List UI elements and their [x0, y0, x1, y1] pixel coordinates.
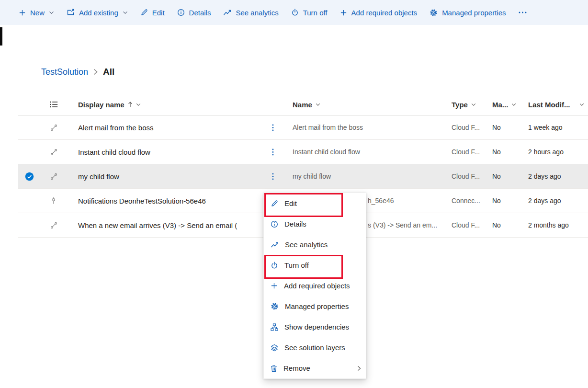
menu-item-managed-properties[interactable]: Managed properties — [264, 296, 366, 317]
toolbar-managed-properties-label: Managed properties — [442, 9, 506, 17]
row-managed: No — [491, 172, 527, 180]
row-name: my child flow — [283, 172, 449, 180]
info-icon — [177, 9, 185, 16]
gear-icon — [430, 9, 438, 17]
cloud-flow-icon — [50, 222, 57, 229]
selected-check-circle-icon — [25, 172, 34, 181]
menu-item-label: See analytics — [285, 240, 361, 249]
chevron-down-icon — [136, 103, 141, 106]
info-icon — [271, 220, 278, 228]
context-menu: Edit Details See analytics Turn off Add … — [263, 193, 366, 379]
gear-icon — [271, 302, 279, 310]
row-select-cell[interactable] — [18, 172, 40, 181]
table-header-row: Display name Name Type Ma... — [18, 94, 588, 115]
chevron-down-icon — [49, 11, 54, 14]
power-icon — [291, 9, 299, 16]
row-managed: No — [491, 221, 527, 229]
toolbar-turn-off-label: Turn off — [303, 9, 328, 17]
header-name-label: Name — [293, 101, 312, 109]
breadcrumb: TestSolution All — [41, 67, 114, 77]
row-type: Cloud F... — [449, 124, 491, 131]
menu-item-label: Managed properties — [285, 302, 361, 310]
toolbar-add-required-objects-label: Add required objects — [351, 9, 418, 17]
header-view-button[interactable] — [40, 101, 67, 108]
header-managed[interactable]: Ma... — [491, 101, 527, 109]
toolbar-turn-off-button[interactable]: Turn off — [285, 0, 334, 25]
row-last-modified: 2 months ago — [527, 221, 587, 229]
menu-item-remove[interactable]: Remove — [264, 358, 366, 378]
chevron-right-icon — [93, 68, 98, 75]
menu-item-add-required-objects[interactable]: Add required objects — [264, 275, 366, 296]
breadcrumb-solution-link[interactable]: TestSolution — [41, 67, 88, 77]
row-display-name: my child flow — [67, 172, 263, 181]
connection-icon — [50, 197, 57, 205]
bulleted-list-icon — [50, 101, 58, 108]
plus-icon — [19, 9, 26, 16]
row-last-modified: 2 days ago — [527, 172, 587, 180]
header-last-modified-label: Last Modif... — [528, 101, 570, 109]
table-row[interactable]: Instant child cloud flow Instant child c… — [18, 140, 588, 164]
row-last-modified: 2 hours ago — [527, 148, 587, 156]
toolbar-add-required-objects-button[interactable]: Add required objects — [334, 0, 424, 25]
dependencies-icon — [271, 323, 278, 331]
chevron-right-icon — [357, 365, 361, 371]
header-type-label: Type — [452, 101, 468, 109]
toolbar-details-button[interactable]: Details — [171, 0, 217, 25]
toolbar-edit-button[interactable]: Edit — [134, 0, 171, 25]
row-managed: No — [491, 197, 527, 205]
toolbar-new-button[interactable]: New — [12, 0, 60, 25]
menu-item-details[interactable]: Details — [264, 214, 366, 234]
power-icon — [271, 262, 278, 269]
header-name[interactable]: Name — [283, 101, 449, 109]
toolbar-see-analytics-button[interactable]: See analytics — [217, 0, 284, 25]
menu-item-label: Edit — [284, 199, 361, 207]
header-display-name[interactable]: Display name — [67, 101, 263, 109]
table-row[interactable]: Alert mail from the boss Alert mail from… — [18, 115, 588, 140]
row-name: Instant child cloud flow — [283, 148, 449, 156]
cloud-flow-icon — [50, 173, 57, 180]
menu-item-turn-off[interactable]: Turn off — [264, 255, 366, 275]
plus-icon — [271, 282, 278, 289]
row-last-modified: 2 days ago — [527, 197, 587, 205]
row-display-name: Alert mail from the boss — [67, 124, 263, 132]
toolbar-managed-properties-button[interactable]: Managed properties — [423, 0, 512, 25]
cloud-flow-icon — [50, 124, 57, 131]
chevron-down-icon — [471, 103, 476, 106]
row-type: Cloud F... — [449, 148, 491, 156]
row-more-commands-button[interactable] — [269, 122, 277, 133]
menu-item-label: See solution layers — [284, 343, 361, 352]
breadcrumb-current-page: All — [103, 67, 114, 77]
row-name: Alert mail from the boss — [283, 124, 449, 131]
header-last-modified[interactable]: Last Modif... — [527, 101, 587, 109]
chevron-down-icon — [123, 11, 128, 14]
toolbar-add-existing-button[interactable]: Add existing — [60, 0, 134, 25]
row-managed: No — [491, 148, 527, 156]
header-type[interactable]: Type — [449, 101, 491, 109]
menu-item-see-analytics[interactable]: See analytics — [264, 234, 366, 255]
add-existing-icon — [67, 9, 75, 16]
toolbar-details-label: Details — [189, 9, 211, 17]
row-more-commands-button[interactable] — [269, 171, 277, 182]
menu-item-label: Remove — [283, 364, 351, 372]
menu-item-edit[interactable]: Edit — [264, 193, 366, 214]
menu-item-show-dependencies[interactable]: Show dependencies — [264, 317, 366, 337]
chevron-down-icon — [316, 103, 320, 106]
more-ellipsis-icon — [519, 11, 527, 13]
toolbar-see-analytics-label: See analytics — [236, 9, 278, 17]
menu-item-label: Details — [284, 220, 361, 228]
menu-item-label: Show dependencies — [284, 323, 361, 331]
header-managed-label: Ma... — [492, 101, 508, 109]
toolbar-more-commands-button[interactable] — [512, 0, 533, 25]
table-row[interactable]: my child flow my child flow Cloud F... N… — [18, 164, 588, 189]
row-managed: No — [491, 124, 527, 131]
toolbar-add-existing-label: Add existing — [79, 9, 118, 17]
toolbar-new-label: New — [30, 9, 45, 17]
menu-item-label: Turn off — [284, 261, 361, 269]
analytics-icon — [271, 241, 279, 249]
menu-item-see-solution-layers[interactable]: See solution layers — [264, 337, 366, 358]
row-type: Connec... — [449, 197, 491, 205]
pencil-icon — [271, 200, 278, 207]
row-more-commands-button[interactable] — [269, 147, 277, 158]
row-last-modified: 1 week ago — [527, 124, 587, 131]
row-display-name: Instant child cloud flow — [67, 148, 263, 156]
